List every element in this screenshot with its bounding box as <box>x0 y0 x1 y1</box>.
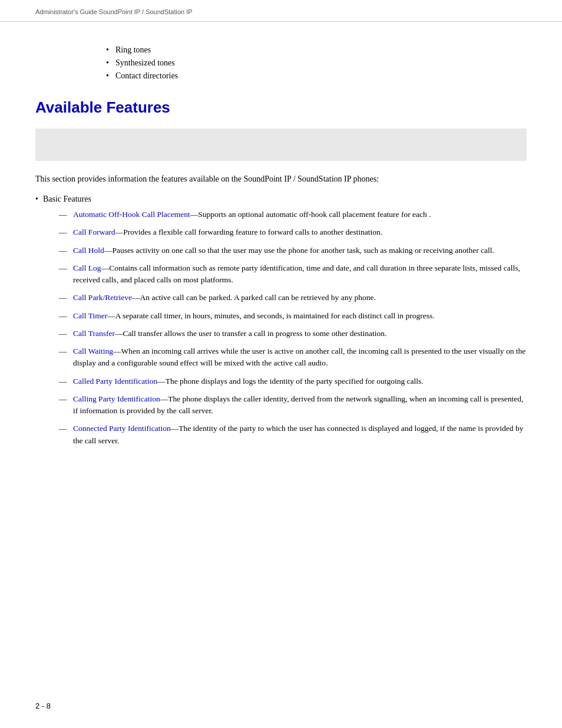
feature-call-park-retrieve: Call Park/Retrieve—An active call can be… <box>59 292 527 304</box>
feature-link-calling-party-id[interactable]: Calling Party Identification <box>73 394 160 403</box>
feature-call-waiting: Call Waiting—When an incoming call arriv… <box>59 345 527 370</box>
features-list: Automatic Off-Hook Call Placement—Suppor… <box>59 209 527 447</box>
page-container: Administrator's Guide SoundPoint IP / So… <box>0 0 562 728</box>
feature-call-timer: Call Timer—A separate call timer, in hou… <box>59 310 527 322</box>
basic-features-label: Basic Features <box>35 195 527 204</box>
bullet-synthesized-tones: Synthesized tones <box>106 58 527 68</box>
feature-link-called-party-id[interactable]: Called Party Identification <box>73 377 157 386</box>
feature-desc-6: —Call transfer allows the user to transf… <box>115 329 387 338</box>
feature-calling-party-id: Calling Party Identification—The phone d… <box>59 393 527 417</box>
intro-bullet-list: Ring tones Synthesized tones Contact dir… <box>106 45 527 81</box>
bullet-contact-directories: Contact directories <box>106 71 527 81</box>
page-number: 2 - 8 <box>35 701 51 710</box>
feature-connected-party-id: Connected Party Identification—The ident… <box>59 423 527 447</box>
intro-paragraph: This section provides information the fe… <box>35 173 527 185</box>
feature-desc-8: —The phone displays and logs the identit… <box>157 377 423 386</box>
gray-box <box>35 129 527 161</box>
section-title: Available Features <box>35 98 527 117</box>
content-area: Ring tones Synthesized tones Contact dir… <box>0 22 562 476</box>
feature-automatic-off-hook: Automatic Off-Hook Call Placement—Suppor… <box>59 209 527 220</box>
feature-call-forward: Call Forward—Provides a flexible call fo… <box>59 226 527 238</box>
feature-link-call-waiting[interactable]: Call Waiting <box>73 347 113 355</box>
feature-link-connected-party-id[interactable]: Connected Party Identification <box>73 424 171 433</box>
feature-call-transfer: Call Transfer—Call transfer allows the u… <box>59 328 527 340</box>
feature-link-call-timer[interactable]: Call Timer <box>73 311 107 320</box>
feature-link-call-forward[interactable]: Call Forward <box>73 228 115 236</box>
feature-link-call-transfer[interactable]: Call Transfer <box>73 329 115 338</box>
feature-desc-7: —When an incoming call arrives while the… <box>73 347 525 367</box>
feature-call-log: Call Log—Contains call information such … <box>59 262 527 286</box>
feature-call-hold: Call Hold—Pauses activity on one call so… <box>59 245 527 256</box>
feature-link-call-log[interactable]: Call Log <box>73 263 101 272</box>
feature-called-party-id: Called Party Identification—The phone di… <box>59 375 527 387</box>
features-section: Basic Features Automatic Off-Hook Call P… <box>35 195 527 447</box>
feature-desc-2: —Pauses activity on one call so that the… <box>104 246 494 255</box>
feature-link-call-park[interactable]: Call Park/Retrieve <box>73 293 132 302</box>
feature-link-automatic-off-hook[interactable]: Automatic Off-Hook Call Placement <box>73 210 190 219</box>
header-text: Administrator's Guide SoundPoint IP / So… <box>35 8 193 15</box>
feature-link-call-hold[interactable]: Call Hold <box>73 246 104 255</box>
feature-desc-4: —An active call can be parked. A parked … <box>132 293 376 302</box>
feature-desc-1: —Provides a flexible call forwarding fea… <box>115 228 383 236</box>
feature-desc-0: —Supports an optional automatic off-hook… <box>190 210 431 219</box>
bullet-ring-tones: Ring tones <box>106 45 527 55</box>
feature-desc-3: —Contains call information such as remot… <box>73 263 520 284</box>
feature-desc-5: —A separate call timer, in hours, minute… <box>107 311 434 320</box>
header-bar: Administrator's Guide SoundPoint IP / So… <box>0 0 562 22</box>
